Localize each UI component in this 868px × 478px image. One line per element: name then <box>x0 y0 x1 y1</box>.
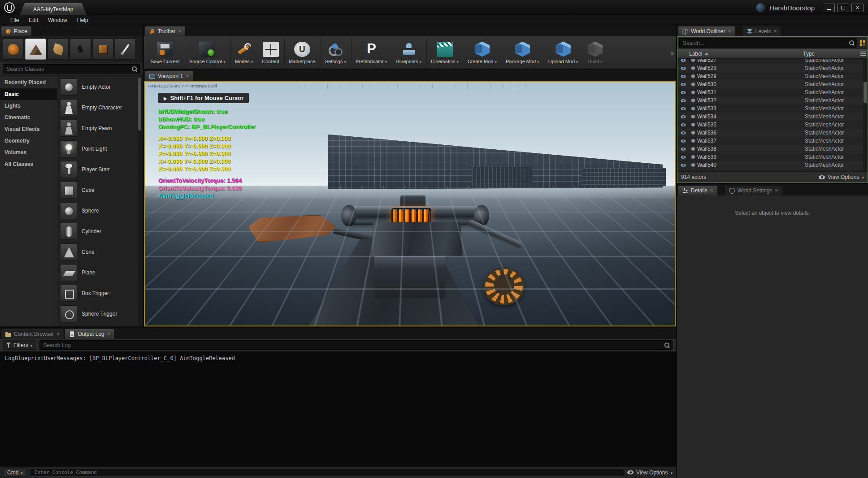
editor-mode-tab[interactable] <box>92 39 113 60</box>
outliner-row[interactable]: Wall530 StaticMeshActor <box>677 80 868 88</box>
toolbar-button[interactable]: Upload Mod <box>544 38 582 67</box>
place-category[interactable]: Cinematic <box>0 112 57 123</box>
maximize-button[interactable] <box>837 4 849 12</box>
tab-world-settings[interactable]: World Settings <box>725 186 782 196</box>
outliner-row[interactable]: Wall538 StaticMeshActor <box>677 145 868 153</box>
toolbar-button[interactable]: Source Control <box>185 38 230 67</box>
place-category[interactable]: Lights <box>0 100 57 112</box>
log-view-options-button[interactable]: View Options <box>627 469 673 476</box>
outliner-row[interactable]: Wall534 StaticMeshActor <box>677 113 868 121</box>
close-tab-icon[interactable] <box>186 73 189 79</box>
outliner-row[interactable]: Wall536 StaticMeshActor <box>677 129 868 137</box>
tab-viewport-1[interactable]: Viewport 1 <box>145 71 193 81</box>
tab-output-log[interactable]: Output Log <box>65 329 114 339</box>
toolbar-overflow-chevron[interactable] <box>670 49 674 56</box>
toolbar-button[interactable]: Save Current <box>147 38 184 67</box>
visibility-eye-icon[interactable] <box>677 155 689 159</box>
editor-mode-tab[interactable] <box>48 39 69 60</box>
level-document-tab[interactable]: AAS-MyTestMap <box>20 3 87 15</box>
column-label[interactable]: Label <box>677 51 803 57</box>
outliner-search-input[interactable] <box>679 38 857 48</box>
close-tab-icon[interactable] <box>710 187 713 194</box>
visibility-eye-icon[interactable] <box>677 74 689 78</box>
close-tab-icon[interactable] <box>773 28 777 35</box>
outliner-scrollbar-thumb[interactable] <box>864 82 867 103</box>
outliner-row[interactable]: Wall532 StaticMeshActor <box>677 96 868 104</box>
visibility-eye-icon[interactable] <box>677 99 689 103</box>
toolbar-button[interactable]: Content <box>258 38 283 67</box>
outliner-row[interactable]: Wall531 StaticMeshActor <box>677 88 868 96</box>
column-settings-icon[interactable] <box>860 52 866 56</box>
saved-search-icon[interactable] <box>859 40 866 46</box>
tab-place[interactable]: Place <box>1 26 31 36</box>
place-category[interactable]: Visual Effects <box>0 123 57 135</box>
place-item[interactable]: Sphere <box>60 200 135 221</box>
minimize-button[interactable] <box>823 4 835 12</box>
visibility-eye-icon[interactable] <box>677 115 689 119</box>
cmd-dropdown[interactable]: Cmd <box>3 468 27 477</box>
menu-item[interactable]: Window <box>43 16 72 24</box>
toolbar-button[interactable]: Cinematics <box>426 38 463 67</box>
editor-mode-tab[interactable] <box>70 39 91 60</box>
toolbar-button[interactable]: Blueprints <box>392 38 425 67</box>
toolbar-button[interactable]: Prefabricator <box>351 38 391 67</box>
close-tab-icon[interactable] <box>728 28 731 35</box>
place-item[interactable]: Plane <box>60 262 135 283</box>
visibility-eye-icon[interactable] <box>677 83 689 87</box>
place-scrollbar[interactable] <box>138 77 142 326</box>
place-item[interactable]: Point Light <box>60 139 135 159</box>
visibility-eye-icon[interactable] <box>677 66 689 70</box>
outliner-row[interactable]: Wall535 StaticMeshActor <box>677 121 868 129</box>
toolbar-button[interactable]: Settings <box>321 38 350 67</box>
outliner-row[interactable]: Wall537 StaticMeshActor <box>677 137 868 145</box>
place-item[interactable]: Cylinder <box>60 221 135 242</box>
toolbar-button[interactable]: Package Mod <box>502 38 543 67</box>
visibility-eye-icon[interactable] <box>677 91 689 95</box>
column-type[interactable]: Type <box>803 51 860 57</box>
place-category[interactable]: Basic <box>0 88 57 100</box>
close-button[interactable] <box>851 4 864 12</box>
viewport-3d-scene[interactable]: 0-HD D113.01-#D.??? Prototype Build Shif… <box>144 81 676 326</box>
search-log-input[interactable] <box>39 340 673 350</box>
outliner-row[interactable]: Wall539 StaticMeshActor <box>677 153 868 161</box>
menu-item[interactable]: Help <box>72 16 93 24</box>
tab-details[interactable]: Details <box>678 186 717 196</box>
toolbar-button[interactable]: Marketplace <box>284 38 320 67</box>
tab-content-browser[interactable]: Content Browser <box>1 329 64 339</box>
visibility-eye-icon[interactable] <box>677 59 689 62</box>
visibility-eye-icon[interactable] <box>677 123 689 127</box>
visibility-eye-icon[interactable] <box>677 163 689 167</box>
close-tab-icon[interactable] <box>775 187 778 194</box>
place-scrollbar-thumb[interactable] <box>138 78 141 130</box>
menu-item[interactable]: File <box>5 16 24 24</box>
tab-toolbar[interactable]: Toolbar <box>145 26 185 36</box>
place-category[interactable]: Geometry <box>0 135 57 147</box>
toolbar-button[interactable]: Build <box>583 38 608 67</box>
outliner-scrollbar[interactable] <box>863 59 868 171</box>
outliner-row[interactable]: Wall533 StaticMeshActor <box>677 104 868 113</box>
visibility-eye-icon[interactable] <box>677 147 689 151</box>
place-item[interactable]: Cube <box>60 180 135 200</box>
place-category[interactable]: Volumes <box>0 147 57 158</box>
close-tab-icon[interactable] <box>107 331 110 337</box>
place-category[interactable]: All Classes <box>0 158 57 170</box>
place-item[interactable]: Empty Pawn <box>60 118 135 139</box>
outliner-row[interactable]: Wall528 StaticMeshActor <box>677 64 868 72</box>
place-item[interactable]: Empty Actor <box>60 77 135 97</box>
visibility-eye-icon[interactable] <box>677 107 689 111</box>
log-filters-button[interactable]: Filters <box>3 340 36 350</box>
tab-levels[interactable]: Levels <box>743 26 781 36</box>
place-category[interactable]: Recently Placed <box>0 77 57 88</box>
visibility-eye-icon[interactable] <box>677 131 689 135</box>
editor-mode-tab[interactable] <box>115 39 136 60</box>
toolbar-button[interactable]: Create Mod <box>464 38 501 67</box>
editor-mode-tab[interactable] <box>25 39 46 60</box>
log-output-area[interactable]: LogBlueprintUserMessages: [BP_BLPlayerCo… <box>0 352 676 466</box>
menu-item[interactable]: Edit <box>24 16 43 24</box>
outliner-row[interactable]: Wall540 StaticMeshActor <box>677 161 868 169</box>
place-item[interactable]: Empty Character <box>60 97 135 118</box>
tab-world-outliner[interactable]: World Outliner <box>678 26 735 36</box>
close-tab-icon[interactable] <box>56 331 60 337</box>
visibility-eye-icon[interactable] <box>677 139 689 143</box>
place-item[interactable]: Cone <box>60 242 135 262</box>
